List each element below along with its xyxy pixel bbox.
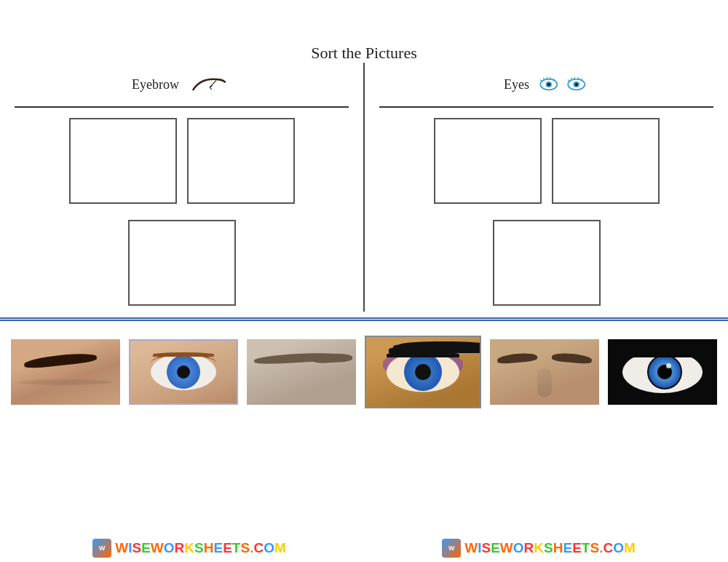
watermark-footer: W WISEWORKSHEETS.COM W WISEWORKSHEETS.CO…	[0, 534, 728, 562]
eyebrow-boxes-row1	[15, 108, 349, 210]
picture-eyebrow-1[interactable]	[11, 339, 120, 405]
wise-logo-right: W	[442, 539, 461, 558]
wise-logo-left: W	[92, 539, 111, 558]
svg-line-9	[550, 77, 550, 79]
svg-line-7	[543, 78, 544, 79]
watermark-right: W WISEWORKSHEETS.COM	[442, 539, 636, 558]
eyebrow-drop-box-2[interactable]	[187, 118, 295, 204]
watermark-text-right: WISEWORKSHEETS.COM	[464, 540, 636, 556]
svg-line-2	[210, 87, 212, 90]
picture-eyebrow-3[interactable]	[490, 339, 599, 405]
page: Sort the Pictures Eyebrow	[0, 0, 728, 562]
watermark-left: W WISEWORKSHEETS.COM	[92, 539, 286, 558]
svg-point-5	[547, 83, 550, 86]
eyebrow-icon	[188, 70, 232, 99]
svg-line-17	[578, 77, 579, 79]
sort-container: Eyebrow	[15, 63, 713, 312]
columns-wrapper: Eyebrow	[15, 63, 713, 312]
picture-eye-3[interactable]	[608, 339, 717, 405]
eyebrow-drop-box-1[interactable]	[69, 118, 177, 204]
picture-eye-1[interactable]	[129, 339, 238, 405]
eyes-drop-box-2[interactable]	[552, 118, 660, 204]
picture-eye-2[interactable]	[365, 336, 481, 408]
svg-line-15	[571, 78, 571, 79]
eyebrow-label: Eyebrow	[132, 77, 179, 92]
eyes-header: Eyes	[379, 63, 713, 106]
svg-line-6	[540, 79, 542, 81]
eyes-drop-box-3[interactable]	[493, 220, 601, 306]
eyebrow-boxes-row2	[15, 210, 349, 312]
eyes-label: Eyes	[504, 77, 529, 92]
picture-eyebrow-2[interactable]	[247, 339, 356, 405]
eyes-boxes-row2	[379, 210, 713, 312]
svg-line-14	[568, 79, 569, 81]
eyes-icon	[538, 74, 589, 95]
picture-bank	[0, 321, 728, 416]
eyes-boxes-row1	[379, 108, 713, 210]
eyes-drop-box-1[interactable]	[434, 118, 542, 204]
svg-point-13	[575, 83, 578, 86]
eyes-column: Eyes	[365, 63, 713, 312]
watermark-text-left: WISEWORKSHEETS.COM	[115, 540, 286, 556]
eyebrow-drop-box-3[interactable]	[128, 220, 236, 306]
page-title: Sort the Pictures	[0, 0, 728, 63]
eyebrow-header: Eyebrow	[15, 63, 349, 106]
eyebrow-column: Eyebrow	[15, 63, 363, 312]
